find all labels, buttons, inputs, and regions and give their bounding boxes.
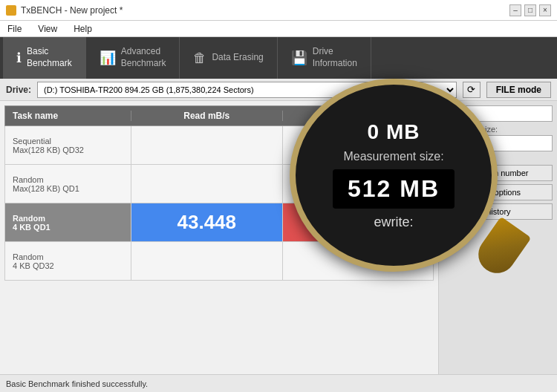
title-bar: TxBENCH - New project * – □ ×	[0, 0, 557, 21]
col-read-mbs: Read mB/s	[131, 111, 283, 121]
drive-refresh-button[interactable]: ⟳	[463, 82, 481, 98]
write-value-random-4kb-qd32	[283, 242, 434, 280]
main-content: Task name Read mB/s Write mB/s Sequentia…	[0, 101, 557, 374]
maximize-button[interactable]: □	[524, 4, 536, 16]
measure-size-top-value: 0 MB	[443, 105, 553, 122]
info-icon: ℹ	[16, 50, 22, 66]
read-value-random-128kb	[131, 165, 283, 203]
read-value-sequential	[131, 126, 283, 164]
read-value-random-4kb-qd1: 43.448	[131, 203, 283, 241]
table-row: RandomMax(128 KB) QD1	[4, 165, 434, 203]
block-size-label: Avg block size:	[443, 125, 553, 134]
tab-drive-information[interactable]: 💾 Drive Information	[278, 37, 371, 79]
tab-erasing-line1: Data Erasing	[212, 52, 263, 64]
block-size-value: 4 KB	[443, 135, 553, 151]
writing-data-button[interactable]: Random number	[443, 165, 553, 181]
file-mode-button[interactable]: FILE mode	[486, 82, 551, 98]
writing-data-label: Writing data:	[443, 154, 553, 163]
tab-drive-line1: Drive	[313, 46, 357, 58]
table-row-active: Random4 KB QD1 43.448 96.948	[4, 203, 434, 242]
writing-data-row: Writing data: Random number	[443, 154, 553, 181]
tab-basic-line1: Basic	[27, 46, 72, 58]
app-title: TxBENCH - New project *	[21, 5, 123, 16]
tab-drive-line2: Information	[313, 58, 357, 70]
window-controls[interactable]: – □ ×	[509, 4, 551, 16]
history-button[interactable]: History	[443, 203, 553, 220]
menu-help[interactable]: Help	[71, 23, 95, 35]
task-options-button[interactable]: Task options	[443, 184, 553, 200]
menu-view[interactable]: View	[35, 23, 60, 35]
table-row: Random4 KB QD32	[4, 242, 434, 281]
write-value-sequential	[283, 126, 434, 164]
tab-advanced-benchmark[interactable]: 📊 Advanced Benchmark	[86, 37, 180, 79]
drive-row: Drive: (D:) TOSHIBA-TR200 894.25 GB (1,8…	[0, 79, 557, 101]
measure-size-row: 0 MB	[443, 105, 553, 122]
status-message: Basic Benchmark finished successfully.	[6, 379, 148, 388]
right-panel: 0 MB Avg block size: 4 KB Writing data: …	[438, 101, 557, 374]
minimize-button[interactable]: –	[509, 4, 521, 16]
erasing-icon: 🗑	[193, 50, 206, 66]
drive-icon: 💾	[291, 50, 307, 66]
menu-file[interactable]: File	[4, 23, 25, 35]
task-name-random-4kb-qd32: Random4 KB QD32	[5, 242, 131, 280]
drive-select[interactable]: (D:) TOSHIBA-TR200 894.25 GB (1,875,380,…	[37, 82, 457, 98]
chart-icon: 📊	[100, 50, 116, 66]
task-name-random-128kb: RandomMax(128 KB) QD1	[5, 165, 131, 203]
tab-data-erasing[interactable]: 🗑 Data Erasing	[180, 37, 277, 79]
table-row: SequentialMax(128 KB) QD32	[4, 126, 434, 165]
write-value-random-4kb-qd1: 96.948	[283, 203, 434, 241]
tab-advanced-line1: Advanced	[121, 46, 166, 58]
close-button[interactable]: ×	[539, 4, 551, 16]
drive-label: Drive:	[6, 85, 31, 95]
benchmark-table: Task name Read mB/s Write mB/s Sequentia…	[0, 101, 438, 374]
status-bar: Basic Benchmark finished successfully.	[0, 374, 557, 392]
read-value-random-4kb-qd32	[131, 242, 283, 280]
table-header: Task name Read mB/s Write mB/s	[4, 105, 434, 126]
write-value-random-128kb	[283, 165, 434, 203]
tab-basic-benchmark[interactable]: ℹ Basic Benchmark	[3, 37, 86, 79]
block-size-row: Avg block size: 4 KB	[443, 125, 553, 151]
tab-basic-line2: Benchmark	[27, 58, 72, 70]
tab-bar: ℹ Basic Benchmark 📊 Advanced Benchmark 🗑…	[0, 37, 557, 79]
menu-bar: File View Help	[0, 21, 557, 37]
title-bar-left: TxBENCH - New project *	[6, 5, 123, 16]
task-name-sequential: SequentialMax(128 KB) QD32	[5, 126, 131, 164]
task-name-random-4kb-qd1: Random4 KB QD1	[5, 203, 131, 241]
col-task-name: Task name	[5, 111, 131, 121]
app-icon	[6, 5, 16, 16]
tab-advanced-line2: Benchmark	[121, 58, 166, 70]
col-write-mbs: Write mB/s	[283, 111, 434, 121]
